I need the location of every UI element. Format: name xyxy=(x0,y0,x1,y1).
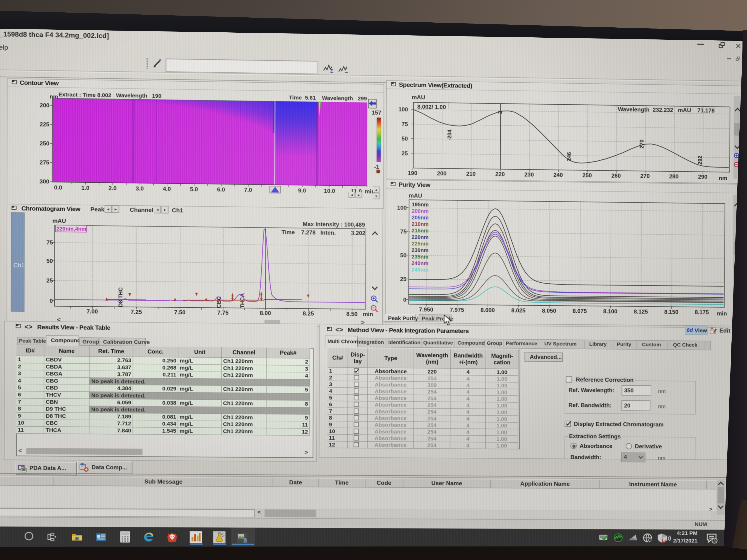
svg-text:3: 3 xyxy=(714,538,716,543)
